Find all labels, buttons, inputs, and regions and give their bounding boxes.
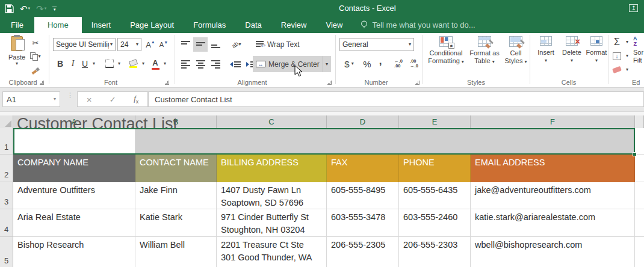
underline-dropdown[interactable]: ▾ — [90, 57, 98, 70]
cell-g3[interactable] — [635, 182, 644, 209]
cell-phone-3[interactable]: 206-555-2303 — [399, 237, 471, 267]
enter-icon[interactable]: ✓ — [110, 95, 116, 104]
tab-data[interactable]: Data — [235, 17, 271, 33]
autosum-button[interactable]: Σ — [610, 36, 624, 48]
cell-email-3[interactable]: wbell@bishopresearch.com — [471, 237, 635, 267]
align-center-button[interactable] — [193, 57, 208, 72]
header-cell-contact[interactable]: CONTACT NAME — [135, 155, 217, 182]
conditional-formatting-button[interactable]: ≠ Conditional Formatting ▾ — [426, 36, 466, 65]
cell-address-3[interactable]: 2201 Treasure Ct Ste301 Good Thunder, WA — [217, 237, 327, 267]
column-header-g-sliver[interactable] — [635, 115, 644, 128]
cell-address-2[interactable]: 971 Cinder Butterfly StStoughton, NH 032… — [217, 209, 327, 237]
fill-color-button[interactable] — [126, 56, 140, 72]
cell-phone-1[interactable]: 605-555-6435 — [399, 182, 471, 209]
merge-center-button[interactable]: ↔ Merge & Center — [253, 56, 323, 72]
decrease-indent-button[interactable] — [228, 57, 243, 72]
bottom-align-button[interactable] — [208, 37, 223, 52]
header-cell-email[interactable]: EMAIL ADDRESS — [471, 155, 635, 182]
font-size-combo[interactable]: 24▾ — [117, 38, 141, 51]
select-all-corner[interactable] — [0, 115, 13, 128]
increase-decimal-button[interactable]: ←.0.00 — [391, 57, 406, 70]
borders-button[interactable] — [104, 57, 116, 70]
format-painter-button[interactable] — [29, 64, 42, 76]
column-header-c[interactable]: C — [217, 115, 327, 128]
decrease-decimal-button[interactable]: .00→.0 — [407, 57, 421, 70]
name-box[interactable]: A1 ▾ — [2, 91, 60, 107]
tab-file[interactable]: File — [0, 17, 34, 33]
align-right-button[interactable] — [208, 57, 223, 72]
row-header-1[interactable]: 1 — [0, 128, 13, 155]
cell-company-2[interactable]: Aria Real Estate — [13, 209, 135, 237]
undo-button[interactable]: ↶▾ — [20, 4, 30, 13]
paste-button[interactable]: Paste ▾ — [5, 36, 29, 66]
number-format-combo[interactable]: General▾ — [339, 38, 414, 51]
delete-cells-button[interactable]: × Delete ▾ — [560, 36, 584, 63]
percent-style-button[interactable]: % — [360, 57, 374, 70]
font-color-button[interactable]: A — [149, 56, 161, 72]
customize-qat-button[interactable]: ▾ — [52, 7, 57, 11]
tab-insert[interactable]: Insert — [82, 17, 121, 33]
cell-contact-3[interactable]: William Bell — [135, 237, 217, 267]
orientation-button[interactable]: ab▾ — [228, 37, 246, 52]
header-cell-billing[interactable]: BILLING ADDRESS — [217, 155, 327, 182]
align-left-button[interactable] — [178, 57, 193, 72]
formula-bar-handle[interactable]: ⋮ — [67, 94, 73, 97]
cell-company-3[interactable]: Bishop Research — [13, 237, 135, 267]
increase-font-size-button[interactable]: A▲ — [144, 38, 157, 51]
tab-page-layout[interactable]: Page Layout — [120, 17, 184, 33]
bold-button[interactable]: B — [54, 57, 66, 70]
row-header-2[interactable]: 2 — [0, 155, 13, 182]
cell-styles-button[interactable]: Cell Styles ▾ — [503, 36, 528, 65]
fill-button[interactable]: ↓ — [610, 50, 624, 62]
font-name-combo[interactable]: Segoe UI Semiligh▾ — [53, 38, 116, 51]
tab-view[interactable]: View — [316, 17, 352, 33]
format-cells-button[interactable]: Format ▾ — [585, 36, 608, 63]
cell-email-2[interactable]: katie.stark@ariarealestate.com — [471, 209, 635, 237]
tab-formulas[interactable]: Formulas — [184, 17, 235, 33]
tab-review[interactable]: Review — [271, 17, 317, 33]
cancel-icon[interactable]: × — [87, 94, 92, 105]
cell-g5[interactable] — [635, 237, 644, 267]
format-as-table-button[interactable]: Format as Table ▾ — [467, 36, 502, 65]
italic-button[interactable]: I — [67, 57, 78, 70]
cell-contact-1[interactable]: Jake Finn — [135, 182, 217, 209]
header-cell-phone[interactable]: PHONE — [399, 155, 471, 182]
font-dialog-launcher-icon[interactable] — [165, 81, 169, 85]
tab-home[interactable]: Home — [34, 17, 82, 33]
redo-button[interactable]: ↷▾ — [36, 4, 46, 13]
name-box-dropdown-icon[interactable]: ▾ — [54, 97, 56, 102]
cell-address-1[interactable]: 1407 Dusty Fawn LnSoaptown, SD 57696 — [217, 182, 327, 209]
cell-email-1[interactable]: jake@adventureoutfitters.com — [471, 182, 635, 209]
column-header-d[interactable]: D — [327, 115, 399, 128]
cell-fax-3[interactable]: 206-555-2305 — [327, 237, 399, 267]
sort-filter-button[interactable]: AZ Sor Filt — [633, 36, 644, 64]
tell-me-box[interactable]: Tell me what you want to do... — [361, 17, 475, 33]
cell-company-1[interactable]: Adventure Outfitters — [13, 182, 135, 209]
cell-contact-2[interactable]: Katie Stark — [135, 209, 217, 237]
insert-function-icon[interactable]: fx — [134, 94, 138, 105]
middle-align-button[interactable] — [193, 37, 208, 52]
copy-button[interactable]: ▾ — [26, 51, 45, 63]
row-header-5[interactable]: 5 — [0, 237, 13, 267]
merge-center-dropdown[interactable]: ▾ — [323, 56, 331, 72]
top-align-button[interactable] — [178, 37, 193, 52]
fill-handle[interactable] — [633, 152, 637, 156]
cell-fax-2[interactable]: 603-555-3478 — [327, 209, 399, 237]
header-cell-fax[interactable]: FAX — [327, 155, 399, 182]
underline-button[interactable]: U — [79, 57, 90, 70]
borders-dropdown[interactable]: ▾ — [116, 57, 123, 70]
row-header-4[interactable]: 4 — [0, 209, 13, 237]
save-icon[interactable] — [5, 4, 14, 13]
autosum-dropdown[interactable]: ▾ — [624, 36, 631, 48]
clipboard-dialog-launcher-icon[interactable] — [40, 81, 44, 85]
cell-g4[interactable] — [635, 209, 644, 237]
alignment-dialog-launcher-icon[interactable] — [327, 81, 332, 85]
cell-g1[interactable] — [635, 128, 644, 155]
ribbon-display-options-icon[interactable] — [629, 4, 638, 12]
font-color-dropdown[interactable]: ▾ — [161, 57, 169, 70]
decrease-font-size-button[interactable]: A▼ — [158, 38, 170, 51]
cut-button[interactable]: ✂ — [29, 37, 42, 49]
number-dialog-launcher-icon[interactable] — [415, 81, 420, 85]
fill-color-dropdown[interactable]: ▾ — [140, 57, 147, 70]
cell-phone-2[interactable]: 603-555-2460 — [399, 209, 471, 237]
